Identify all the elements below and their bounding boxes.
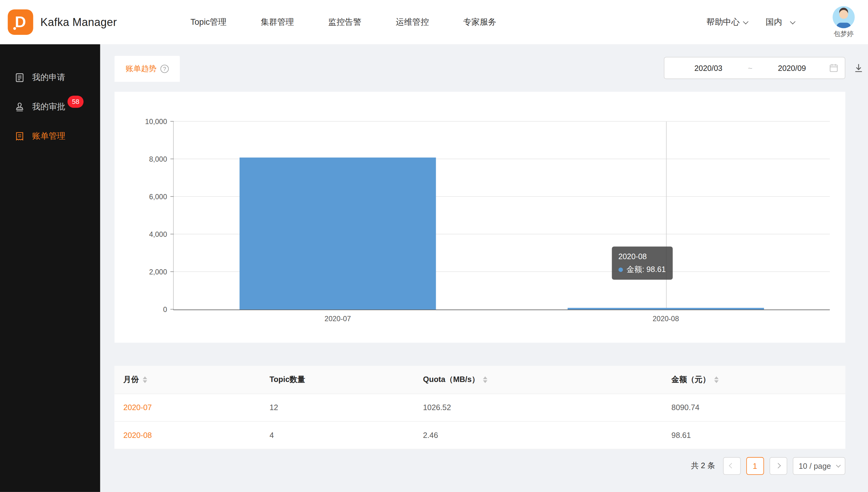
column-header-month[interactable]: 月份 <box>114 366 261 393</box>
chart-plot: 0 2,000 4,000 6,000 8,000 10,000 <box>173 122 830 310</box>
y-axis-tick-label: 8,000 <box>149 155 167 163</box>
nav-item-topic[interactable]: Topic管理 <box>191 17 227 27</box>
column-label: Quota（MB/s） <box>423 375 479 385</box>
pagination: 共 2 条 1 10 / page <box>114 457 845 474</box>
table-row: 2020-07 12 1026.52 8090.74 <box>114 394 845 421</box>
sidebar-item-label: 我的申请 <box>32 72 66 83</box>
chevron-left-icon <box>729 463 734 468</box>
month-link[interactable]: 2020-08 <box>114 421 261 449</box>
y-axis-tick-label: 4,000 <box>149 230 167 238</box>
chevron-down-icon <box>790 19 796 24</box>
column-label: Topic数量 <box>269 375 305 385</box>
page-size-select[interactable]: 10 / page <box>793 457 845 474</box>
column-header-topic-count: Topic数量 <box>261 366 414 393</box>
y-axis-tick-mark <box>170 121 174 122</box>
chevron-down-icon <box>836 463 841 467</box>
y-axis-tick-mark <box>170 309 174 310</box>
sidebar-item-label: 账单管理 <box>32 131 66 142</box>
pagination-page-1-button[interactable]: 1 <box>746 457 764 474</box>
tooltip-value-line: 金额: 98.61 <box>618 263 666 276</box>
y-axis-tick-mark <box>170 271 174 272</box>
y-axis-tick-label: 2,000 <box>149 268 167 276</box>
brand-logo-icon: D <box>8 9 33 35</box>
column-header-quota[interactable]: Quota（MB/s） <box>414 366 662 393</box>
chart-category-2020-07: 2020-07 <box>174 122 502 310</box>
approvals-count-badge: 58 <box>68 96 84 108</box>
toolbar: 账单趋势 ? 2020/03 ~ 2020/09 <box>114 56 845 82</box>
chart-tooltip: 2020-08 金额: 98.61 <box>612 247 673 280</box>
chevron-down-icon <box>743 19 748 24</box>
help-center-label: 帮助中心 <box>706 17 740 27</box>
avatar <box>832 6 854 28</box>
chevron-right-icon <box>775 463 781 468</box>
bar-2020-07[interactable] <box>239 157 436 310</box>
sort-carets-icon[interactable] <box>143 376 147 383</box>
nav-item-ops[interactable]: 运维管控 <box>396 17 429 27</box>
help-center-dropdown[interactable]: 帮助中心 <box>706 17 747 27</box>
user-name: 包梦婷 <box>834 29 853 39</box>
column-label: 月份 <box>123 375 139 385</box>
tab-label: 账单趋势 <box>126 64 157 74</box>
amount-cell: 8090.74 <box>662 394 845 421</box>
sidebar-item-my-applications[interactable]: 我的申请 <box>0 63 100 92</box>
app-window: D Kafka Manager Topic管理 集群管理 监控告警 运维管控 专… <box>0 0 868 492</box>
month-link[interactable]: 2020-07 <box>114 394 261 421</box>
date-end[interactable]: 2020/09 <box>754 64 829 72</box>
date-separator: ~ <box>746 64 754 72</box>
quota-cell: 1026.52 <box>414 394 662 421</box>
nav-item-expert[interactable]: 专家服务 <box>463 17 496 27</box>
region-label: 国内 <box>766 17 782 27</box>
download-button[interactable] <box>853 63 864 73</box>
pagination-prev-button[interactable] <box>723 457 741 474</box>
tooltip-crosshair-line <box>666 122 666 310</box>
column-header-amount[interactable]: 金额（元） <box>662 366 845 393</box>
y-axis-tick-label: 10,000 <box>145 117 167 126</box>
page-size-value: 10 / page <box>799 461 831 470</box>
y-axis-tick-label: 6,000 <box>149 193 167 201</box>
calendar-icon[interactable] <box>829 64 838 72</box>
date-start[interactable]: 2020/03 <box>671 64 746 72</box>
nav-item-cluster[interactable]: 集群管理 <box>261 17 294 27</box>
sidebar-item-billing[interactable]: 账单管理 <box>0 122 100 151</box>
bar-2020-08[interactable] <box>567 308 764 310</box>
tab-billing-trend[interactable]: 账单趋势 ? <box>114 56 180 82</box>
tooltip-title: 2020-08 <box>618 250 666 263</box>
document-icon <box>15 72 25 83</box>
sidebar-item-my-approvals[interactable]: 我的审批 58 <box>0 92 100 122</box>
x-axis-label: 2020-08 <box>653 315 679 323</box>
y-axis-tick-mark <box>170 234 174 235</box>
chart-categories: 2020-07 2020-08 2020-08 金额: 98.61 <box>174 122 830 310</box>
series-dot-icon <box>618 267 623 272</box>
y-axis-tick-label: 0 <box>163 305 167 314</box>
x-axis-label: 2020-07 <box>325 315 351 323</box>
table-header-row: 月份 Topic数量 Quota（MB/s） 金额（元） <box>114 366 845 393</box>
billing-trend-chart: 0 2,000 4,000 6,000 8,000 10,000 <box>114 92 845 343</box>
amount-cell: 98.61 <box>662 421 845 449</box>
pagination-next-button[interactable] <box>769 457 787 474</box>
download-icon <box>853 63 864 73</box>
sidebar-item-label: 我的审批 <box>32 102 66 112</box>
app-header: D Kafka Manager Topic管理 集群管理 监控告警 运维管控 专… <box>0 0 868 44</box>
user-menu[interactable]: 包梦婷 <box>832 6 854 39</box>
question-circle-icon[interactable]: ? <box>161 65 169 73</box>
nav-item-monitor[interactable]: 监控告警 <box>328 17 361 27</box>
table-row: 2020-08 4 2.46 98.61 <box>114 421 845 449</box>
billing-table: 月份 Topic数量 Quota（MB/s） 金额（元） <box>114 366 845 449</box>
main-content: 账单趋势 ? 2020/03 ~ 2020/09 <box>100 44 868 492</box>
main-nav: Topic管理 集群管理 监控告警 运维管控 专家服务 <box>191 17 496 27</box>
topic-count-cell: 12 <box>261 394 414 421</box>
y-axis-tick-mark <box>170 158 174 159</box>
sort-carets-icon[interactable] <box>483 376 488 383</box>
sort-carets-icon[interactable] <box>714 376 719 383</box>
pagination-total: 共 2 条 <box>691 461 715 471</box>
topic-count-cell: 4 <box>261 421 414 449</box>
brand[interactable]: D Kafka Manager <box>8 9 117 35</box>
tooltip-value: 金额: 98.61 <box>627 265 666 273</box>
region-dropdown[interactable]: 国内 <box>766 17 794 27</box>
column-label: 金额（元） <box>671 375 710 385</box>
sidebar: 我的申请 我的审批 58 账单管理 <box>0 44 100 492</box>
chart-category-2020-08: 2020-08 2020-08 金额: 98.61 <box>502 122 830 310</box>
billing-icon <box>15 131 25 142</box>
chart-plot-area: 0 2,000 4,000 6,000 8,000 10,000 <box>173 122 830 310</box>
date-range-picker[interactable]: 2020/03 ~ 2020/09 <box>664 57 845 79</box>
